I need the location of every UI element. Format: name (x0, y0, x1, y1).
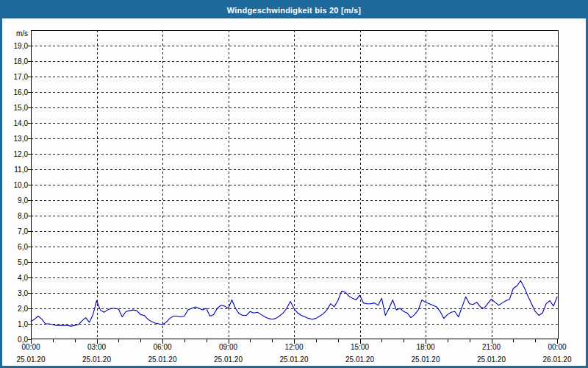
wind-speed-chart: 0,01,02,03,04,05,06,07,08,09,010,011,012… (2, 2, 586, 366)
y-tick-label: 14,0 (14, 119, 29, 127)
y-tick-label: 2,0 (18, 305, 28, 313)
x-tick-date-label: 26.01.20 (543, 355, 572, 364)
y-tick-label: 7,0 (18, 227, 28, 236)
y-axis-unit-label: m/s (16, 29, 28, 38)
y-tick-label: 0,0 (18, 336, 28, 344)
y-tick-label: 5,0 (18, 258, 28, 266)
x-tick-time-label: 15:00 (351, 343, 369, 351)
axis-ticks (28, 46, 558, 344)
x-tick-time-label: 21:00 (482, 343, 501, 351)
y-tick-label: 3,0 (18, 289, 28, 297)
y-tick-label: 4,0 (18, 274, 28, 282)
y-tick-label: 11,0 (14, 166, 28, 174)
y-tick-label: 19,0 (14, 42, 29, 50)
x-tick-date-label: 25.01.20 (148, 355, 177, 364)
x-tick-time-label: 00:00 (548, 343, 566, 351)
y-axis-labels: 0,01,02,03,04,05,06,07,08,09,010,011,012… (14, 29, 29, 344)
x-tick-time-label: 12:00 (284, 343, 303, 351)
x-tick-time-label: 03:00 (87, 343, 106, 351)
x-tick-time-label: 00:00 (21, 343, 40, 351)
y-tick-label: 1,0 (18, 320, 28, 328)
x-tick-date-label: 25.01.20 (214, 355, 243, 364)
x-axis-labels: 00:0025.01.2003:0025.01.2006:0025.01.200… (17, 343, 572, 364)
y-tick-label: 10,0 (14, 181, 29, 189)
x-tick-date-label: 25.01.20 (280, 355, 309, 364)
gridlines (31, 30, 559, 339)
x-tick-date-label: 25.01.20 (82, 355, 111, 364)
y-tick-label: 13,0 (14, 135, 29, 143)
x-tick-date-label: 25.01.20 (345, 355, 374, 364)
x-tick-time-label: 09:00 (219, 343, 237, 351)
y-tick-label: 15,0 (14, 104, 29, 112)
y-tick-label: 8,0 (18, 212, 28, 220)
y-tick-label: 18,0 (14, 57, 29, 66)
y-tick-label: 9,0 (18, 197, 28, 205)
y-tick-label: 6,0 (18, 243, 28, 251)
chart-window: Windgeschwindigkeit bis 20 [m/s] 0,01,02… (0, 0, 588, 368)
y-tick-label: 16,0 (14, 88, 29, 96)
x-tick-time-label: 06:00 (153, 343, 171, 351)
y-tick-label: 12,0 (14, 150, 29, 158)
x-tick-date-label: 25.01.20 (17, 355, 46, 364)
x-tick-time-label: 18:00 (416, 343, 434, 351)
x-tick-date-label: 25.01.20 (477, 355, 506, 364)
x-tick-date-label: 25.01.20 (412, 355, 440, 364)
y-tick-label: 17,0 (14, 73, 29, 81)
